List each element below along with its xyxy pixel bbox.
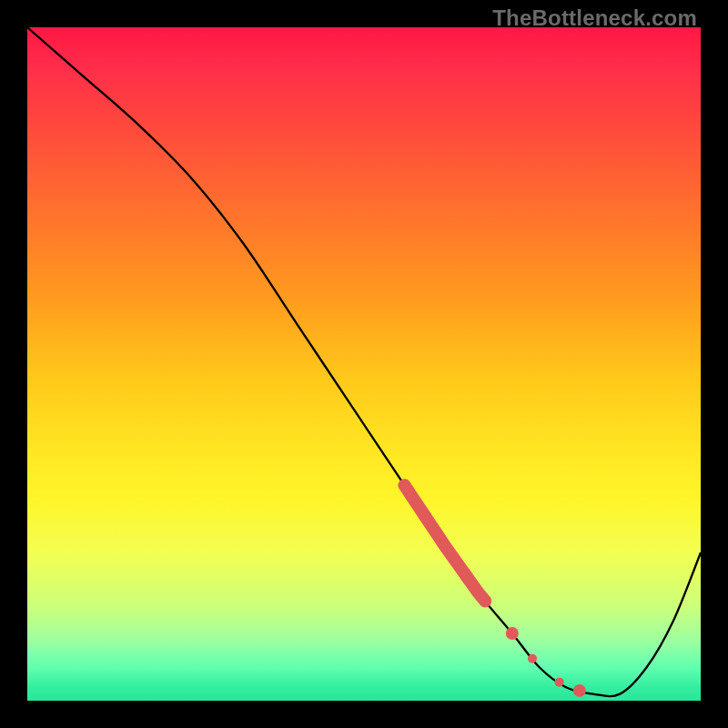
highlight-dot — [573, 684, 586, 697]
plot-area — [27, 27, 701, 701]
highlight-segment — [404, 485, 485, 601]
curve-svg — [27, 27, 701, 701]
main-curve — [27, 27, 701, 696]
highlight-dot — [555, 678, 564, 687]
chart-stage: TheBottleneck.com — [0, 0, 728, 728]
highlight-dot — [506, 627, 519, 640]
highlight-dot — [528, 654, 537, 663]
